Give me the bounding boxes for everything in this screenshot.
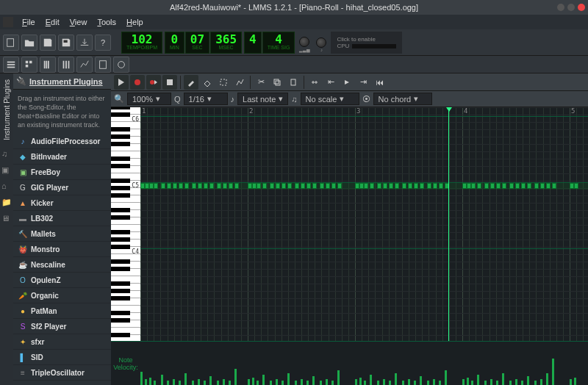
velocity-bar[interactable] [540,379,542,385]
plugin-item[interactable]: ▬LB302 [13,211,111,226]
velocity-bar[interactable] [534,381,537,385]
midi-note[interactable] [509,183,514,189]
plugin-item[interactable]: ▣FreeBoy [13,165,111,180]
scale-dropdown[interactable]: No scale▾ [301,93,359,105]
cpu-meter[interactable]: Click to enable CPU [331,32,402,54]
menu-help[interactable]: Help [122,16,148,28]
velocity-bar[interactable] [359,378,362,385]
timesig-num[interactable]: 4 [244,32,262,54]
master-volume-knob[interactable]: ▂▃▅ [297,33,312,52]
velocity-bar[interactable] [223,379,225,385]
piano-roll-button[interactable] [40,57,56,73]
midi-note[interactable] [234,183,239,189]
plugin-item[interactable]: ☕Nescaline [13,257,111,273]
midi-note[interactable] [306,183,311,189]
velocity-bar[interactable] [420,376,422,385]
plugin-item[interactable]: ♪AudioFileProcessor [13,134,111,149]
midi-note[interactable] [546,183,551,189]
midi-note[interactable] [521,183,526,189]
loop-button[interactable] [340,75,354,90]
midi-note[interactable] [287,183,292,189]
midi-note[interactable] [204,183,208,189]
timeline-button[interactable] [307,75,322,90]
velocity-bar[interactable] [395,373,397,385]
tempo-display[interactable]: 102 TEMPO/BPM [121,32,162,54]
velocity-bar[interactable] [552,359,554,385]
velocity-bar[interactable] [326,379,328,385]
velocity-bar[interactable] [490,379,492,385]
menu-file[interactable]: FFileile [18,16,40,28]
save-button[interactable] [40,35,56,51]
velocity-bar[interactable] [337,370,340,385]
plugin-item[interactable]: 🔨Mallets [13,226,111,242]
tab-projects-icon[interactable]: 📁 [1,198,12,208]
velocity-bar[interactable] [149,378,151,385]
velocity-bar[interactable] [301,379,303,385]
plugin-item[interactable]: OOpulenZ [13,273,111,288]
playhead[interactable] [448,107,449,341]
midi-note[interactable] [484,183,489,189]
velocity-area[interactable]: Note Velocity: [111,341,588,385]
midi-note[interactable] [295,183,299,189]
midi-note[interactable] [301,183,305,189]
velocity-bar[interactable] [445,370,447,385]
menu-tools[interactable]: Tools [93,16,121,28]
piano-roll-grid[interactable]: C6C5C4 12345 [111,107,588,341]
detune-tool-button[interactable] [232,75,247,90]
midi-note[interactable] [364,183,368,189]
velocity-bar[interactable] [546,373,548,385]
menu-view[interactable]: View [65,16,92,28]
velocity-bar[interactable] [192,381,194,385]
copy-button[interactable] [270,75,284,90]
quantize-dropdown[interactable]: 1/16▾ [184,93,228,105]
paste-button[interactable] [286,75,301,90]
midi-note[interactable] [477,183,481,189]
velocity-bar[interactable] [402,381,404,385]
midi-note[interactable] [433,183,437,189]
midi-note[interactable] [184,183,189,189]
velocity-bar[interactable] [521,381,523,385]
midi-note[interactable] [154,183,158,189]
automation-editor-button[interactable] [76,57,93,73]
velocity-bar[interactable] [477,375,479,385]
velocity-bar[interactable] [184,373,187,385]
velocity-bar[interactable] [502,373,504,385]
plugin-item[interactable]: 👹Monstro [13,242,111,257]
master-pitch-knob[interactable]: ♪ [314,33,329,52]
plugin-item[interactable]: ✦sfxr [13,334,111,350]
midi-note[interactable] [527,183,531,189]
velocity-bar[interactable] [383,379,385,385]
velocity-bar[interactable] [364,381,366,385]
velocity-bar[interactable] [439,381,441,385]
velocity-bar[interactable] [312,376,315,385]
velocity-bar[interactable] [282,381,284,385]
midi-note[interactable] [326,183,330,189]
tab-computer-icon[interactable]: 🖥 [1,214,12,224]
midi-note[interactable] [312,183,317,189]
velocity-grid[interactable] [140,342,588,385]
velocity-bar[interactable] [462,379,465,385]
velocity-bar[interactable] [209,376,212,385]
timesig-den[interactable]: 4TIME SIG [262,32,295,54]
midi-note[interactable] [262,183,267,189]
erase-tool-button[interactable] [200,75,215,90]
velocity-bar[interactable] [167,381,169,385]
midi-note[interactable] [257,183,261,189]
stop-button[interactable] [162,75,177,90]
velocity-bar[interactable] [306,381,309,385]
velocity-bar[interactable] [320,381,322,385]
draw-tool-button[interactable] [184,75,198,90]
chord-dropdown[interactable]: No chord▾ [373,93,432,105]
maximize-icon[interactable] [567,4,575,11]
velocity-bar[interactable] [355,379,357,385]
plugin-item[interactable]: ▲Kicker [13,195,111,211]
fx-mixer-button[interactable] [58,57,74,73]
velocity-bar[interactable] [515,379,517,385]
velocity-bar[interactable] [270,381,272,385]
zoom-dropdown[interactable]: 100%▾ [127,93,171,105]
plugin-item[interactable]: VVeSTige [13,381,111,385]
velocity-bar[interactable] [389,381,391,385]
velocity-bar[interactable] [484,381,487,385]
velocity-bar[interactable] [204,381,206,385]
velocity-bar[interactable] [252,378,254,385]
